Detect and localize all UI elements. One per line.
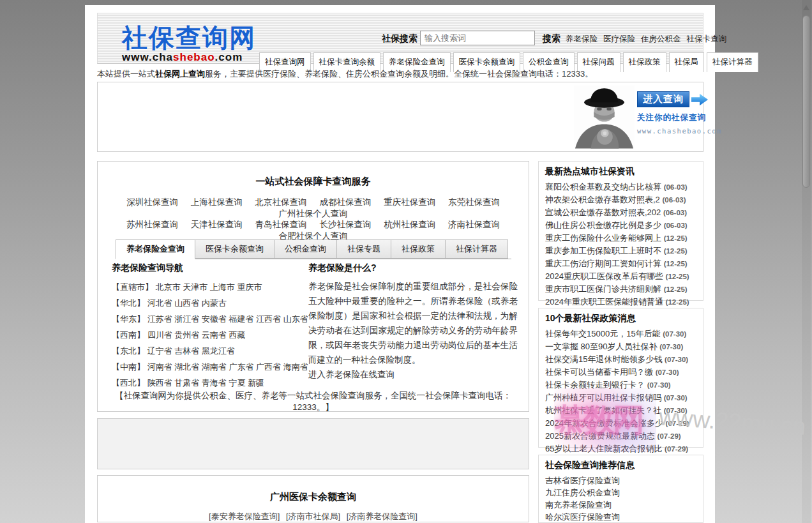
news-text: 杭州社保卡丢了要如何挂失？社	[545, 406, 661, 415]
enter-query-button[interactable]: 进入查询	[637, 91, 709, 107]
province-links[interactable]: 北京市 天津市 上海市 重庆市	[156, 282, 262, 292]
region-label: 【华北】	[112, 298, 145, 308]
news-item[interactable]: 重庆工伤治疗期间工资如何计算 (12-25)	[545, 257, 696, 270]
news-date: (07-30)	[659, 343, 683, 351]
news-date: (12-25)	[664, 234, 688, 242]
bottom-links: [泰安养老保险查询] [济南市社保局] [济南养老保险查询]	[98, 511, 529, 522]
city-link[interactable]: 苏州社保查询	[126, 220, 178, 229]
logo-url: www.chashebao.com	[122, 51, 256, 64]
quick-link-housing-fund[interactable]: 住房公积金	[641, 34, 681, 45]
news-item[interactable]: 社保交满15年退休时能领多少钱 (07-30)	[545, 353, 696, 366]
news-text: 重庆工伤治疗期间工资如何计算	[545, 259, 661, 268]
search-input[interactable]	[420, 31, 535, 45]
quick-links: 养老保险 医疗保险 住房公积金 社保卡查询	[566, 34, 716, 45]
province-links[interactable]: 河南省 湖北省 湖南省 广东省 广西省 海南省	[147, 362, 308, 372]
news-text: 重庆参加工伤保险职工上班时不	[545, 246, 661, 255]
city-link[interactable]: 上海社保查询	[191, 197, 243, 207]
tab-medical-balance[interactable]: 医保卡余额查询	[195, 239, 274, 259]
news-date: (07-30)	[663, 330, 686, 338]
news-item[interactable]: 2024年重庆职工医保能报销普通 (12-25)	[545, 296, 696, 308]
sidebar-hot-news-box: 最新热点城市社保资讯 襄阳公积金基数及交纳占比核算 (06-03) 神农架公积金…	[538, 161, 703, 301]
recommend-item[interactable]: 九江住房公积金查询	[545, 487, 696, 499]
logo-url-highlight: shebao	[173, 51, 215, 63]
bottom-link[interactable]: [济南市社保局]	[286, 512, 340, 521]
city-link[interactable]: 重庆社保查询	[384, 197, 435, 207]
news-text: 2024重庆职工医保改革后有哪些	[545, 271, 663, 281]
quick-link-pension[interactable]: 养老保险	[566, 34, 598, 45]
tab-topics[interactable]: 社保专题	[337, 239, 391, 259]
intro-bold: 社保网上查询	[155, 69, 205, 79]
news-date: (12-25)	[666, 273, 689, 280]
news-item[interactable]: 襄阳公积金基数及交纳占比核算 (06-03)	[545, 181, 696, 193]
news-item[interactable]: 65岁以上老人住院新农合报销比 (07-29)	[545, 443, 696, 455]
news-text: 65岁以上老人住院新农合报销比	[545, 444, 662, 453]
scrollbar-thumb[interactable]	[802, 15, 810, 188]
news-item[interactable]: 杭州社保卡丢了要如何挂失？社 (07-30)	[545, 404, 696, 417]
search-button[interactable]: 搜索	[543, 33, 560, 45]
city-link[interactable]: 杭州社保查询	[384, 220, 435, 229]
province-links[interactable]: 江苏省 浙江省 安徽省 福建省 江西省 山东省	[147, 314, 308, 324]
news-date: (07-30)	[647, 381, 671, 389]
news-date: (07-29)	[658, 432, 681, 440]
tab-fund-query[interactable]: 公积金查询	[274, 239, 337, 259]
city-link[interactable]: 成都社保查询	[319, 197, 371, 207]
city-link[interactable]: 东莞社保查询	[448, 197, 500, 207]
news-text: 宣城公积金缴存基数对照表,202	[545, 208, 661, 217]
region-row: 【华北】 河北省 山西省 内蒙古	[112, 295, 303, 311]
tab-policy[interactable]: 社保政策	[391, 239, 446, 259]
quick-link-card-query[interactable]: 社保卡查询	[687, 34, 727, 45]
recommend-item[interactable]: 吉林省医疗保险查询	[545, 474, 696, 487]
city-link[interactable]: 青岛社保查询	[255, 220, 307, 229]
city-link[interactable]: 深圳社保查询	[126, 197, 178, 207]
site-intro: 本站提供一站式社保网上查询服务，主要提供医疗保险、养老保险、住房公积金查询余额及…	[97, 68, 703, 80]
ad-placeholder-box	[97, 418, 529, 469]
recommend-item[interactable]: 哈尔滨医疗保险查询	[545, 511, 696, 523]
news-item[interactable]: 佛山住房公积金缴存比例是多少 (06-03)	[545, 219, 696, 232]
content-tabs: 养老保险金查询 医保卡余额查询 公积金查询 社保专题 社保政策 社保计算器	[116, 239, 511, 259]
province-links[interactable]: 辽宁省 吉林省 黑龙江省	[147, 346, 235, 356]
news-item[interactable]: 2025新农合缴费规范最新动态 (07-29)	[545, 430, 696, 443]
news-item[interactable]: 重庆工伤保险什么业务能够网上 (12-25)	[545, 232, 696, 245]
city-links-row1: 深圳社保查询 上海社保查询 北京社保查询 成都社保查询 重庆社保查询 东莞社保查…	[98, 197, 529, 220]
news-item[interactable]: 社保卡余额转走到银行卡？ (07-30)	[545, 379, 696, 391]
region-label: 【中南】	[112, 362, 145, 372]
province-links[interactable]: 四川省 贵州省 云南省 西藏	[147, 330, 246, 340]
header-band: 社保查询网 www.chashebao.com 社保搜索 搜索 养老保险 医疗保…	[97, 13, 703, 64]
news-item[interactable]: 广州种植牙可以用社保卡报销吗 (07-30)	[545, 391, 696, 404]
banner-ad[interactable]: 进入查询 关注你的社保查询 www.chashebao.com	[574, 85, 702, 149]
news-item[interactable]: 神农架公积金缴存基数对照表,2 (06-03)	[545, 193, 696, 206]
city-link[interactable]: 济南社保查询	[448, 220, 500, 229]
bottom-title[interactable]: 广州医保卡余额查询	[98, 491, 529, 503]
nav-tab-calculator[interactable]: 社保计算器	[707, 52, 758, 72]
bottom-link[interactable]: [济南养老保险查询]	[347, 512, 417, 521]
main-title: 一站式社会保障卡查询服务	[98, 176, 529, 188]
city-link[interactable]: 天津社保查询	[191, 220, 243, 229]
tab-pension-query[interactable]: 养老保险金查询	[116, 239, 195, 259]
news-text: 社保卡可以当储蓄卡用吗？缴	[545, 367, 653, 377]
recommend-item[interactable]: 南充养老保险查询	[545, 499, 696, 511]
scrollbar-track[interactable]	[802, 0, 811, 523]
tab-calculator[interactable]: 社保计算器	[446, 239, 508, 259]
bottom-link[interactable]: [泰安养老保险查询]	[209, 512, 280, 521]
news-text: 重庆工伤保险什么业务能够网上	[545, 233, 661, 243]
province-links[interactable]: 陕西省 甘肃省 青海省 宁夏 新疆	[147, 378, 264, 388]
news-item[interactable]: 一文掌握 80至90岁人员社保补 (07-30)	[545, 340, 696, 353]
city-link[interactable]: 广州社保个人查询	[279, 209, 348, 218]
pension-nav-title: 养老保险查询导航	[112, 262, 303, 274]
intro-suffix: 服务，主要提供医疗保险、养老保险、住房公积金查询余额及明细。全保统一社会保险查询…	[205, 69, 593, 79]
logo[interactable]: 社保查询网 www.chashebao.com	[122, 25, 256, 64]
news-item[interactable]: 社保卡可以当储蓄卡用吗？缴 (07-30)	[545, 366, 696, 379]
news-item[interactable]: 宣城公积金缴存基数对照表,202 (06-03)	[545, 206, 696, 219]
city-link[interactable]: 长沙社保查询	[319, 220, 371, 229]
news-item[interactable]: 重庆参加工伤保险职工上班时不 (12-25)	[545, 245, 696, 257]
city-link[interactable]: 北京社保查询	[255, 197, 307, 207]
scrollbar-up-arrow-icon[interactable]	[803, 5, 809, 10]
banner-caption: 关注你的社保查询	[637, 112, 722, 123]
pension-online-query-link[interactable]: 进入养老保险在线查询	[308, 369, 518, 381]
province-links[interactable]: 河北省 山西省 内蒙古	[147, 298, 227, 308]
quick-link-medical[interactable]: 医疗保险	[603, 34, 635, 45]
news-item[interactable]: 2024年新农合缴费标准会涨多少 (07-29)	[545, 417, 696, 430]
news-item[interactable]: 社保每年交15000元，15年后能 (07-30)	[545, 328, 696, 340]
news-item[interactable]: 重庆市职工医保门诊共济细则解 (12-25)	[545, 283, 696, 296]
news-item[interactable]: 2024重庆职工医保改革后有哪些 (12-25)	[545, 270, 696, 283]
